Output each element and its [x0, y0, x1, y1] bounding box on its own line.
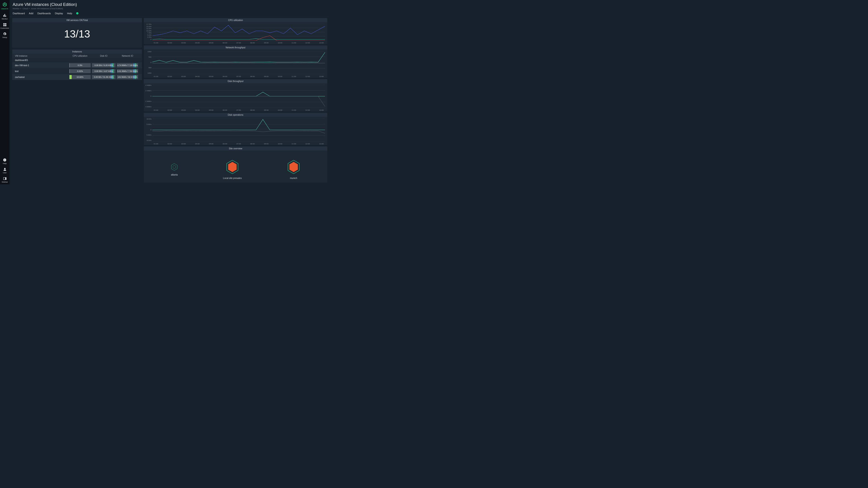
logo-text: checkmk	[1, 8, 8, 10]
site-hexagon[interactable]: Local site presales	[223, 160, 242, 180]
menu-display[interactable]: Display	[55, 12, 63, 15]
panel-cpu-utilization: CPU utilization 17.5%15.0%12.5%10.0%7.5%…	[144, 18, 327, 44]
instance-name: zachatest	[12, 76, 69, 78]
table-cell: 0.3%	[69, 63, 91, 67]
crumb-link[interactable]: Monitor	[13, 7, 20, 10]
panel-icon	[3, 176, 7, 181]
y-axis: 4 MiB/s2 MiB/s02 MiB/s4 MiB/s	[144, 84, 152, 111]
panel-site-overview: Site overview atlantaLocal site presales…	[144, 147, 327, 183]
sidebar-item-label: User	[3, 172, 7, 174]
panel-title: Disk operations	[144, 113, 327, 117]
svg-rect-0	[3, 23, 4, 24]
sidebar-item-customize[interactable]: Customize	[0, 21, 9, 31]
user-icon	[3, 167, 7, 171]
panel-title: Network throughput	[144, 45, 327, 50]
table-cell: 141 kbit/s / 32.9 kbit/s	[116, 75, 139, 79]
gear-icon	[3, 32, 7, 36]
site-label: atlanta	[171, 173, 178, 176]
sidebar-item-sidebar[interactable]: Sidebar	[0, 175, 9, 184]
table-row[interactable]: dev-VM-test-10.3%0.00 B/s / 6.20 KiB/s4.…	[12, 62, 142, 68]
page-title: Azure VM instances (Cloud Edition)	[13, 2, 326, 7]
panel-disk-throughput: Disk throughput 4 MiB/s2 MiB/s02 MiB/s4 …	[144, 79, 327, 111]
y-axis: 10.0/s5.00/s05.00/s10.0/s	[144, 117, 152, 145]
status-ok-icon[interactable]	[76, 12, 79, 14]
sidebar-item-label: Help	[3, 162, 6, 164]
menu-dashboards[interactable]: Dashboards	[37, 12, 51, 15]
panel-title: Instances	[12, 50, 142, 54]
sidebar-item-label: Monitor	[2, 18, 8, 20]
panel-title: Disk throughput	[144, 79, 327, 84]
panel-network-throughput: Network throughput 100050005001000 01:00…	[144, 45, 327, 78]
instance-name: dev-VM-test-1	[12, 64, 69, 67]
metric-cell: 0.00 B/s / 4.67 KiB/s	[92, 69, 116, 73]
col-header: CPU utilization	[69, 55, 91, 57]
metric-cell: 0.3%	[69, 63, 91, 67]
svg-rect-3	[5, 25, 6, 26]
instance-name: test	[12, 70, 69, 72]
col-header: Network IO	[116, 55, 139, 57]
grid-icon	[3, 23, 7, 27]
sidebar-item-help[interactable]: i Help	[0, 157, 9, 166]
sidebar-item-user[interactable]: User	[0, 166, 9, 175]
site-label: munich	[290, 177, 297, 180]
site-hexagon[interactable]: atlanta	[171, 163, 178, 176]
chart-plot[interactable]: 01:0002:0003:0004:0005:0006:0007:0008:00…	[152, 50, 325, 78]
chart-plot[interactable]: 01:0002:0003:0004:0005:0006:0007:0008:00…	[152, 84, 325, 111]
y-axis: 17.5%15.0%12.5%10.0%7.5%5.0%2.5%0	[144, 22, 152, 44]
table-row[interactable]: zachatest10.66%0.00 B/s / 31.86 KiB/s141…	[12, 74, 142, 80]
metric-cell: 4.74 kbit/s / 7.29 kbit/s	[117, 63, 138, 67]
bar-chart-icon	[3, 13, 7, 18]
menu-dashboard[interactable]: Dashboard	[13, 12, 25, 15]
table-cell: 10.66%	[69, 75, 91, 79]
table-cell: 5.01 kbit/s / 7.50 kbit/s	[116, 69, 139, 73]
table-cell: 4.74 kbit/s / 7.29 kbit/s	[116, 63, 139, 67]
panel-title: CPU utilization	[144, 18, 327, 22]
logo-icon[interactable]	[2, 1, 8, 8]
table-cell: 0.00 B/s / 31.86 KiB/s	[91, 75, 116, 79]
table-cell: 0.00 B/s / 4.67 KiB/s	[91, 69, 116, 73]
metric-cell: 0.22%	[69, 69, 91, 73]
svg-rect-7	[5, 177, 6, 180]
sidebar-item-label: Customize	[0, 27, 9, 29]
menu-help[interactable]: Help	[67, 12, 72, 15]
sidebar-item-setup[interactable]: Setup	[0, 31, 9, 40]
svg-rect-2	[3, 25, 4, 26]
info-icon: i	[3, 158, 7, 162]
table-cell: 0.00 B/s / 6.20 KiB/s	[91, 63, 116, 67]
instance-name: dashboard01	[12, 59, 69, 61]
breadcrumb: Monitor> Cloud> Azure VM instances (Clou…	[13, 7, 326, 10]
table-header: VM instance CPU utilization Disk IO Netw…	[12, 54, 142, 58]
col-header: Disk IO	[91, 55, 116, 57]
y-axis: 100050005001000	[144, 50, 152, 78]
metric-cell: 141 kbit/s / 32.9 kbit/s	[117, 75, 138, 79]
panel-instances: Instances VM instance CPU utilization Di…	[12, 50, 142, 80]
metric-cell: 5.01 kbit/s / 7.50 kbit/s	[117, 69, 138, 73]
panel-title: VM services OK/Total	[12, 18, 142, 22]
crumb-link[interactable]: Cloud	[23, 7, 28, 10]
svg-rect-1	[5, 23, 6, 24]
panel-disk-operations: Disk operations 10.0/s5.00/s05.00/s10.0/…	[144, 113, 327, 145]
panel-vm-services: VM services OK/Total 13/13	[12, 18, 142, 48]
table-row[interactable]: dashboard01	[12, 58, 142, 62]
metric-cell: 0.00 B/s / 6.20 KiB/s	[92, 63, 116, 67]
chart-plot[interactable]: 01:0002:0003:0004:0005:0006:0007:0008:00…	[152, 117, 325, 145]
vm-services-count: 13/13	[12, 22, 142, 48]
metric-cell: 10.66%	[69, 75, 91, 79]
page-header: Azure VM instances (Cloud Edition) Monit…	[9, 0, 329, 11]
menu-add[interactable]: Add	[29, 12, 33, 15]
table-cell: 0.22%	[69, 69, 91, 73]
table-row[interactable]: test0.22%0.00 B/s / 4.67 KiB/s5.01 kbit/…	[12, 68, 142, 74]
page-menu: Dashboard Add Dashboards Display Help	[9, 11, 329, 17]
svg-text:i: i	[4, 159, 5, 161]
sidebar: checkmk Monitor Customize Setup i Help U…	[0, 0, 9, 184]
sidebar-item-monitor[interactable]: Monitor	[0, 12, 9, 21]
site-label: Local site presales	[223, 177, 242, 180]
panel-title: Site overview	[144, 147, 327, 151]
col-header: VM instance	[12, 55, 69, 57]
sidebar-item-label: Setup	[2, 36, 7, 38]
crumb-link[interactable]: Azure VM instances (Cloud Edition)	[31, 7, 63, 10]
site-hexagon[interactable]: munich	[287, 160, 300, 180]
metric-cell: 0.00 B/s / 31.86 KiB/s	[92, 75, 116, 79]
chart-plot[interactable]: 01:0002:0003:0004:0005:0006:0007:0008:00…	[152, 22, 325, 44]
sidebar-item-label: Sidebar	[2, 181, 8, 183]
